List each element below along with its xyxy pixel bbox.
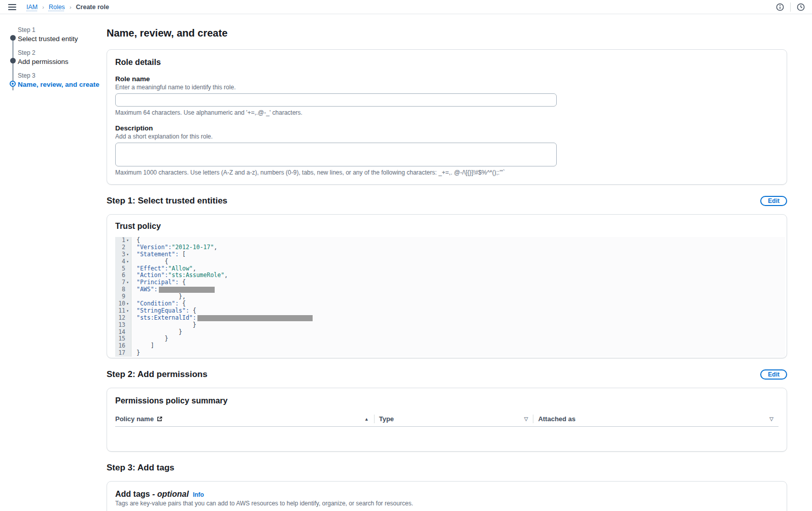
step-number: Step 1 [18,26,107,33]
column-header-policy-name[interactable]: Policy name ▲ [115,413,374,426]
line-number: 4▾ [115,258,131,265]
trust-policy-editor[interactable]: 1▾{2 "Version": "2012-10-17",3▾ "Stateme… [115,237,785,357]
line-number: 3▾ [115,251,131,258]
fold-toggle-icon[interactable]: ▾ [125,308,130,315]
edit-trusted-entities-button[interactable]: Edit [760,196,787,206]
trust-policy-title: Trust policy [115,222,785,231]
page-title: Name, review, and create [107,27,787,39]
step-label: Select trusted entity [18,35,107,43]
column-label: Attached as [538,415,576,423]
line-number: 6 [115,272,131,279]
permissions-table-header: Policy name ▲ Type ▽ Attached as ▽ [115,413,779,427]
top-navigation-bar: IAM › Roles › Create role [0,0,812,14]
redacted-value [197,315,313,321]
column-label: Type [379,415,394,423]
step-number: Step 3 [18,72,107,79]
step1-heading: Step 1: Select trusted entities [107,196,227,206]
line-number: 2 [115,244,131,251]
line-number: 14 [115,329,131,336]
step-item-select-trusted-entity[interactable]: Step 1 Select trusted entity [10,26,107,43]
add-tags-card: Add tags - optional Info Tags are key-va… [107,481,787,511]
column-header-attached-as[interactable]: Attached as ▽ [533,413,779,426]
info-link[interactable]: Info [193,491,204,498]
redacted-value [159,287,215,293]
role-name-label: Role name [115,75,779,83]
step-completed-icon [10,58,16,63]
breadcrumb: IAM › Roles › Create role [26,4,109,11]
role-name-constraint: Maximum 64 characters. Use alphanumeric … [115,109,779,116]
step-label: Name, review, and create [18,81,107,88]
fold-toggle-icon[interactable]: ▾ [125,251,130,258]
fold-toggle-icon[interactable]: ▾ [125,258,130,265]
role-name-input[interactable] [115,93,557,107]
sort-ascending-icon[interactable]: ▲ [364,417,369,422]
step2-heading: Step 2: Add permissions [107,369,208,380]
fold-toggle-icon[interactable]: ▾ [125,279,130,286]
line-number: 16 [115,343,131,350]
line-number: 7▾ [115,279,131,286]
line-number: 1▾ [115,237,131,244]
permissions-table-body [115,427,779,443]
line-number: 5 [115,265,131,272]
divider [790,3,791,12]
line-number: 12 [115,315,131,322]
permissions-policy-card: Permissions policy summary Policy name ▲… [107,388,787,452]
trust-policy-card: Trust policy 1▾{2 "Version": "2012-10-17… [107,214,787,358]
description-constraint: Maximum 1000 characters. Use letters (A-… [115,169,779,176]
tags-description: Tags are key-value pairs that you can ad… [115,500,779,507]
step-item-name-review-create[interactable]: Step 3 Name, review, and create [10,72,107,88]
step-active-icon [10,81,16,87]
add-tags-title: Add tags - optional [115,490,189,499]
line-number: 17 [115,350,131,357]
info-icon[interactable] [776,3,784,11]
line-number: 9 [115,293,131,300]
clock-icon[interactable] [797,3,805,11]
description-input[interactable] [115,143,557,166]
chevron-right-icon: › [70,4,72,10]
fold-toggle-icon[interactable]: ▾ [125,237,130,244]
role-details-title: Role details [115,58,779,67]
step-number: Step 2 [18,49,107,56]
line-number: 15 [115,335,131,343]
step-label: Add permissions [18,58,107,65]
description-help: Add a short explanation for this role. [115,133,779,140]
line-number: 8 [115,286,131,293]
breadcrumb-link-iam[interactable]: IAM [26,4,38,11]
edit-permissions-button[interactable]: Edit [760,369,787,380]
permissions-policy-title: Permissions policy summary [115,396,779,405]
description-label: Description [115,124,779,132]
line-number: 10▾ [115,300,131,308]
line-number: 13 [115,322,131,329]
steps-navigation: Step 1 Select trusted entity Step 2 Add … [0,14,107,511]
line-number: 11▾ [115,308,131,315]
column-label: Policy name [115,415,154,423]
fold-toggle-icon[interactable]: ▾ [125,300,130,308]
hamburger-menu-icon[interactable] [7,3,17,11]
chevron-right-icon: › [42,4,44,10]
step-completed-icon [10,35,16,41]
filter-icon[interactable]: ▽ [524,416,528,422]
role-details-card: Role details Role name Enter a meaningfu… [107,49,787,185]
filter-icon[interactable]: ▽ [769,416,773,422]
optional-label: - optional [152,490,189,498]
breadcrumb-current: Create role [76,4,109,11]
step-item-add-permissions[interactable]: Step 2 Add permissions [10,49,107,65]
external-link-icon [157,416,162,422]
breadcrumb-link-roles[interactable]: Roles [49,4,65,11]
role-name-help: Enter a meaningful name to identify this… [115,84,779,91]
step3-heading: Step 3: Add tags [107,463,175,473]
column-header-type[interactable]: Type ▽ [374,413,533,426]
